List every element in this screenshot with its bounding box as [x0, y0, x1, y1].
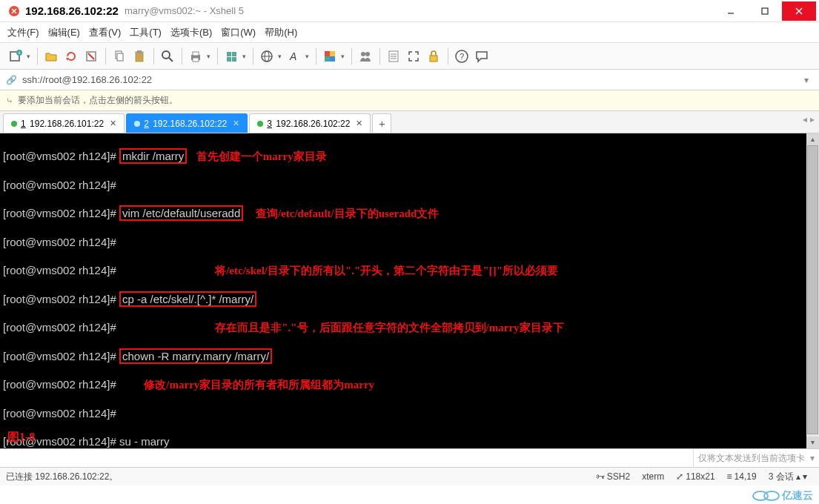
svg-rect-30 — [330, 56, 335, 62]
menu-tools[interactable]: 工具(T) — [130, 26, 162, 39]
scroll-thumb[interactable] — [807, 145, 818, 434]
svg-rect-22 — [232, 57, 236, 62]
svg-point-14 — [162, 51, 170, 59]
paste-button[interactable] — [130, 47, 149, 66]
disconnect-button[interactable] — [82, 47, 101, 66]
menubar: 文件(F) 编辑(E) 查看(V) 工具(T) 选项卡(B) 窗口(W) 帮助(… — [0, 22, 819, 43]
svg-point-32 — [365, 52, 370, 56]
dropdown-icon[interactable]: ▾ — [800, 75, 813, 85]
info-text: 要添加当前会话，点击左侧的箭头按钮。 — [18, 94, 178, 107]
session-tab-1[interactable]: 1 192.168.26.101:22 ✕ — [3, 113, 125, 133]
status-cursor: ≡ 14,19 — [727, 471, 757, 482]
svg-rect-21 — [227, 57, 231, 62]
menu-file[interactable]: 文件(F) — [7, 26, 39, 39]
close-tab-icon[interactable]: ✕ — [233, 119, 239, 128]
fullscreen-button[interactable] — [404, 47, 423, 66]
send-input[interactable] — [0, 449, 693, 467]
arrow-icon[interactable]: ⤷ — [6, 96, 13, 106]
svg-rect-29 — [325, 56, 330, 62]
svg-text:A: A — [289, 50, 296, 62]
menu-window[interactable]: 窗口(W) — [221, 26, 256, 39]
status-ssh: 🗝 SSH2 — [596, 471, 630, 482]
dropdown-icon[interactable]: ▾ — [27, 53, 30, 60]
chat-button[interactable] — [472, 47, 491, 66]
status-bar: 已连接 192.168.26.102:22。 🗝 SSH2 xterm ⤢ 11… — [0, 468, 819, 485]
dropdown-icon[interactable]: ▾ — [278, 53, 282, 60]
svg-rect-28 — [330, 51, 335, 56]
svg-line-15 — [169, 58, 173, 62]
svg-rect-37 — [430, 56, 437, 62]
terminal[interactable]: [root@vms002 rh124]# mkdir /marry 首先创建一个… — [0, 133, 819, 448]
address-text: ssh://root@192.168.26.102:22 — [22, 74, 152, 85]
svg-point-31 — [361, 52, 365, 56]
app-icon — [7, 4, 21, 18]
globe-button[interactable] — [257, 47, 276, 66]
send-target-combo[interactable]: 仅将文本发送到当前选项卡▾ — [693, 449, 819, 467]
menu-help[interactable]: 帮助(H) — [265, 26, 297, 39]
svg-rect-27 — [325, 51, 330, 56]
link-icon: 🔗 — [6, 75, 18, 85]
titlebar: 192.168.26.102:22 marry@vms002:~ - Xshel… — [0, 0, 819, 22]
address-bar[interactable]: 🔗 ssh://root@192.168.26.102:22 ▾ — [0, 70, 819, 90]
toolbar: +▾ ▾ ▾ ▾ A▾ ▾ ? — [0, 43, 819, 70]
dropdown-icon[interactable]: ▾ — [341, 53, 345, 60]
help-button[interactable]: ? — [452, 47, 471, 66]
properties-button[interactable] — [222, 47, 241, 66]
send-bar: 仅将文本发送到当前选项卡▾ — [0, 448, 819, 468]
svg-rect-17 — [193, 52, 199, 56]
menu-view[interactable]: 查看(V) — [89, 26, 121, 39]
tab-nav-arrows[interactable]: ◂▸ — [803, 114, 815, 125]
new-session-button[interactable]: + — [6, 47, 25, 66]
status-sessions: 3 会话 ▴ ▾ — [769, 471, 807, 483]
svg-rect-11 — [117, 53, 123, 61]
status-term: xterm — [642, 471, 664, 482]
close-tab-icon[interactable]: ✕ — [110, 119, 116, 128]
svg-rect-2 — [762, 8, 768, 14]
session-tab-3[interactable]: 3 192.168.26.102:22 ✕ — [249, 113, 371, 133]
figure-label: 图1-8 — [7, 430, 35, 444]
dropdown-icon[interactable]: ▾ — [242, 53, 246, 60]
status-dot — [134, 121, 140, 127]
svg-rect-13 — [137, 50, 142, 53]
svg-text:?: ? — [460, 52, 464, 61]
minimize-button[interactable] — [714, 1, 748, 21]
script-button[interactable] — [384, 47, 403, 66]
add-tab-button[interactable]: + — [372, 113, 391, 133]
dropdown-icon: ▾ — [810, 453, 815, 463]
scroll-down-button[interactable]: ▾ — [806, 437, 819, 448]
find-button[interactable] — [158, 47, 177, 66]
font-button[interactable]: A — [285, 47, 304, 66]
menu-tabs[interactable]: 选项卡(B) — [170, 26, 212, 39]
svg-rect-19 — [227, 52, 231, 56]
status-dot — [11, 121, 17, 127]
window-title-main: 192.168.26.102:22 — [25, 4, 119, 17]
scroll-up-button[interactable]: ▴ — [806, 133, 819, 145]
copy-button[interactable] — [110, 47, 129, 66]
reconnect-button[interactable] — [62, 47, 81, 66]
scrollbar[interactable]: ▴ ▾ — [806, 133, 819, 448]
svg-text:+: + — [18, 50, 21, 56]
print-button[interactable] — [186, 47, 205, 66]
session-tab-2[interactable]: 2 192.168.26.102:22 ✕ — [126, 113, 248, 133]
window-title-sub: marry@vms002:~ - Xshell 5 — [125, 5, 244, 16]
menu-edit[interactable]: 编辑(E) — [48, 26, 80, 39]
dropdown-icon[interactable]: ▾ — [207, 53, 210, 60]
watermark-logo: 亿速云 — [752, 489, 813, 503]
dropdown-icon[interactable]: ▾ — [305, 53, 309, 60]
status-dot — [257, 121, 263, 127]
close-button[interactable] — [782, 1, 816, 21]
users-button[interactable] — [356, 47, 375, 66]
color-button[interactable] — [320, 47, 339, 66]
svg-rect-18 — [193, 58, 199, 62]
status-conn: 已连接 192.168.26.102:22。 — [6, 471, 118, 483]
tabbar: 1 192.168.26.101:22 ✕ 2 192.168.26.102:2… — [0, 111, 819, 133]
lock-button[interactable] — [424, 47, 443, 66]
svg-rect-20 — [232, 52, 236, 56]
close-tab-icon[interactable]: ✕ — [356, 119, 362, 128]
info-bar: ⤷ 要添加当前会话，点击左侧的箭头按钮。 — [0, 90, 819, 111]
svg-line-9 — [88, 53, 94, 59]
maximize-button[interactable] — [748, 1, 782, 21]
status-size: ⤢ 118x21 — [676, 471, 714, 482]
open-button[interactable] — [42, 47, 61, 66]
